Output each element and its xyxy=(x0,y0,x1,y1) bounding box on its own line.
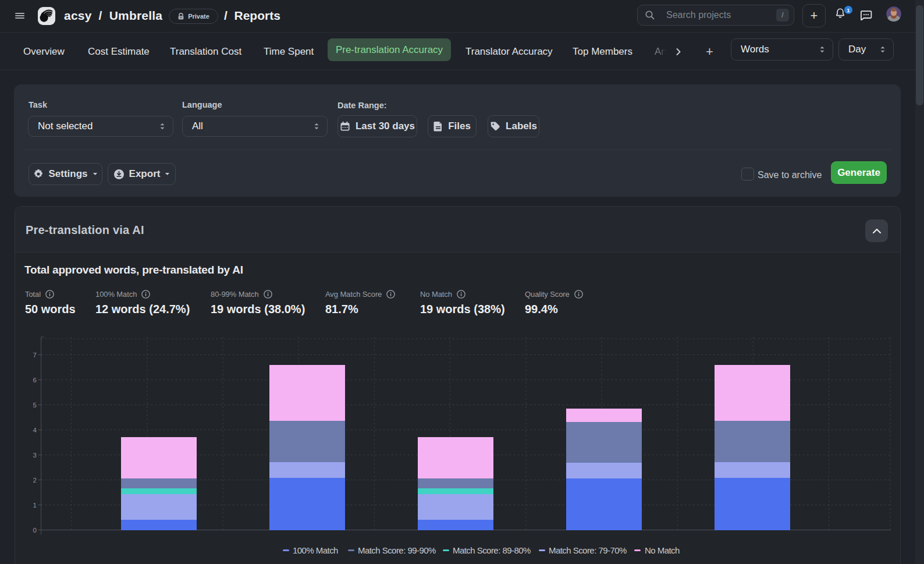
svg-text:2: 2 xyxy=(33,477,37,484)
svg-text:6: 6 xyxy=(33,377,37,384)
svg-text:1: 1 xyxy=(33,502,37,509)
svg-text:5: 5 xyxy=(33,402,37,409)
svg-text:7: 7 xyxy=(33,352,37,359)
svg-text:0: 0 xyxy=(33,527,37,534)
svg-text:3: 3 xyxy=(33,452,37,459)
svg-text:4: 4 xyxy=(33,427,37,434)
